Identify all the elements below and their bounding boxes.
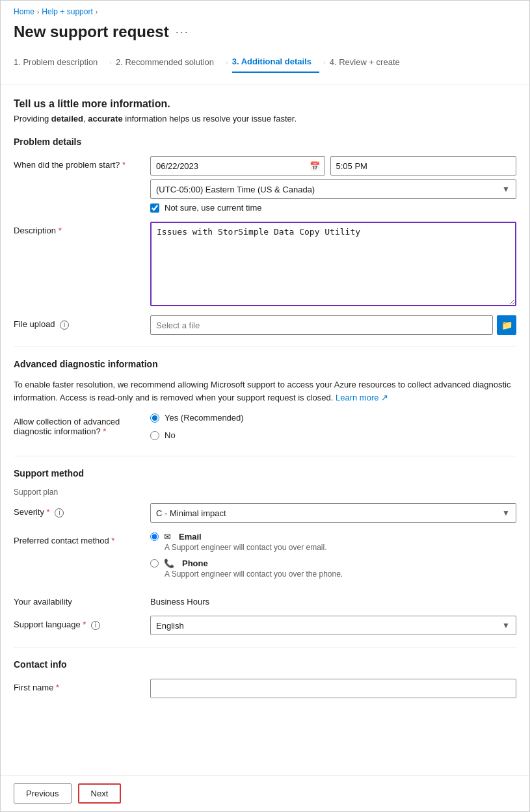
not-sure-label: Not sure, use current time — [165, 203, 262, 213]
advanced-diagnostic-section: Advanced diagnostic information To enabl… — [14, 359, 516, 444]
language-info-icon[interactable]: i — [91, 621, 100, 630]
page-title-row: New support request ··· — [1, 20, 529, 51]
timezone-select[interactable]: (UTC-05:00) Eastern Time (US & Canada) — [150, 179, 516, 199]
page-menu-icon[interactable]: ··· — [176, 25, 189, 39]
calendar-icon: 📅 — [310, 161, 320, 171]
description-label: Description * — [14, 222, 144, 235]
contact-phone-label: Phone — [182, 558, 208, 568]
main-content: Tell us a little more information. Provi… — [1, 85, 529, 759]
when-problem-controls: 📅 (UTC-05:00) Eastern Time (US & Canada)… — [150, 156, 516, 213]
severity-row: Severity * i C - Minimal impact ▼ — [14, 503, 516, 523]
time-input[interactable] — [330, 156, 517, 176]
breadcrumb-sep2: › — [96, 8, 98, 16]
divider-3 — [14, 647, 516, 648]
collection-yes-row: Yes (Recommended) — [150, 413, 516, 423]
contact-info-heading: Contact info — [14, 659, 516, 670]
intro-desc: Providing detailed, accurate information… — [14, 114, 516, 124]
learn-more-link[interactable]: Learn more ↗ — [336, 393, 388, 402]
when-problem-row: When did the problem start? * 📅 (UTC-05:… — [14, 156, 516, 213]
support-method-section: Support method Support plan Severity * i… — [14, 468, 516, 635]
step-sep-1: › — [105, 59, 116, 66]
problem-details-heading: Problem details — [14, 137, 516, 147]
bottom-bar: Previous Next — [1, 775, 529, 811]
file-upload-info-icon[interactable]: i — [60, 321, 69, 330]
first-name-row: First name * — [14, 679, 516, 698]
collection-yes-label: Yes (Recommended) — [165, 413, 244, 423]
divider-2 — [14, 456, 516, 456]
collection-no-row: No — [150, 430, 516, 440]
file-upload-button[interactable]: 📁 — [497, 315, 516, 335]
file-upload-input-field[interactable] — [150, 315, 493, 335]
contact-method-row: Preferred contact method * ✉ Email A Sup… — [14, 532, 516, 584]
description-textarea[interactable]: Issues with StorSimple Data Copy Utility — [150, 222, 516, 306]
intro-title: Tell us a little more information. — [14, 98, 516, 110]
contact-email-desc: A Support engineer will contact you over… — [165, 543, 516, 552]
step-1-label: 1. Problem description — [14, 57, 98, 67]
file-upload-input-row: 📁 — [150, 315, 516, 335]
contact-method-options: ✉ Email A Support engineer will contact … — [150, 532, 516, 584]
upload-icon: 📁 — [501, 320, 512, 330]
breadcrumb-help[interactable]: Help + support — [42, 7, 92, 16]
collection-no-label: No — [165, 430, 176, 440]
description-control: Issues with StorSimple Data Copy Utility — [150, 222, 516, 306]
collection-yes-radio[interactable] — [150, 413, 159, 423]
breadcrumb: Home › Help + support › — [1, 1, 529, 20]
step-2[interactable]: 2. Recommended solution — [116, 52, 222, 72]
advanced-diagnostic-heading: Advanced diagnostic information — [14, 359, 516, 369]
email-icon: ✉ — [164, 532, 171, 542]
collection-options: Yes (Recommended) No — [150, 413, 516, 444]
not-sure-checkbox[interactable] — [150, 203, 159, 213]
language-select[interactable]: English — [150, 616, 516, 635]
step-3-label: 3. Additional details — [232, 57, 311, 66]
first-name-input[interactable] — [150, 679, 516, 698]
contact-info-section: Contact info First name * — [14, 659, 516, 698]
contact-email-radio-row: ✉ Email — [150, 532, 516, 542]
availability-value: Business Hours — [150, 593, 516, 607]
first-name-label: First name * — [14, 679, 144, 692]
language-control: English ▼ — [150, 616, 516, 635]
severity-select[interactable]: C - Minimal impact — [150, 503, 516, 523]
contact-phone-radio-row: 📞 Phone — [150, 558, 516, 568]
step-2-label: 2. Recommended solution — [116, 57, 214, 67]
severity-info-icon[interactable]: i — [55, 508, 64, 517]
support-method-heading: Support method — [14, 468, 516, 478]
problem-details-section: Problem details When did the problem sta… — [14, 137, 516, 335]
contact-email-option: ✉ Email A Support engineer will contact … — [150, 532, 516, 552]
contact-phone-radio[interactable] — [150, 559, 159, 568]
date-input[interactable] — [150, 156, 325, 176]
not-sure-checkbox-row: Not sure, use current time — [150, 203, 516, 213]
step-4[interactable]: 4. Review + create — [330, 52, 408, 72]
timezone-select-wrapper: (UTC-05:00) Eastern Time (US & Canada) ▼ — [150, 179, 516, 199]
collection-row: Allow collection of advanced diagnostic … — [14, 413, 516, 444]
first-name-control — [150, 679, 516, 698]
next-button[interactable]: Next — [78, 783, 122, 804]
step-1[interactable]: 1. Problem description — [14, 52, 105, 72]
step-sep-3: › — [319, 59, 330, 66]
file-upload-label: File upload i — [14, 315, 144, 330]
language-select-wrapper: English ▼ — [150, 616, 516, 635]
step-4-label: 4. Review + create — [330, 57, 400, 67]
contact-email-radio[interactable] — [150, 532, 159, 541]
advanced-diagnostic-info: To enable faster resolution, we recommen… — [14, 378, 516, 404]
breadcrumb-home[interactable]: Home — [14, 7, 34, 16]
wizard-steps: 1. Problem description › 2. Recommended … — [1, 51, 529, 85]
availability-row: Your availability Business Hours — [14, 593, 516, 607]
contact-method-label: Preferred contact method * — [14, 532, 144, 545]
previous-button[interactable]: Previous — [14, 783, 72, 804]
step-sep-2: › — [222, 59, 232, 66]
when-problem-label: When did the problem start? * — [14, 156, 144, 170]
date-time-row: 📅 — [150, 156, 516, 176]
severity-control: C - Minimal impact ▼ — [150, 503, 516, 523]
availability-value-wrapper: Business Hours — [150, 593, 516, 607]
support-plan-label: Support plan — [14, 488, 516, 497]
contact-phone-option: 📞 Phone A Support engineer will contact … — [150, 558, 516, 579]
phone-icon: 📞 — [164, 558, 174, 568]
page-title: New support request — [14, 23, 169, 41]
collection-no-radio[interactable] — [150, 431, 159, 440]
breadcrumb-sep1: › — [37, 8, 39, 16]
availability-label: Your availability — [14, 593, 144, 607]
language-row: Support language * i English ▼ — [14, 616, 516, 635]
page-wrapper: Home › Help + support › New support requ… — [0, 0, 530, 812]
step-3[interactable]: 3. Additional details — [232, 51, 319, 73]
description-row: Description * Issues with StorSimple Dat… — [14, 222, 516, 306]
